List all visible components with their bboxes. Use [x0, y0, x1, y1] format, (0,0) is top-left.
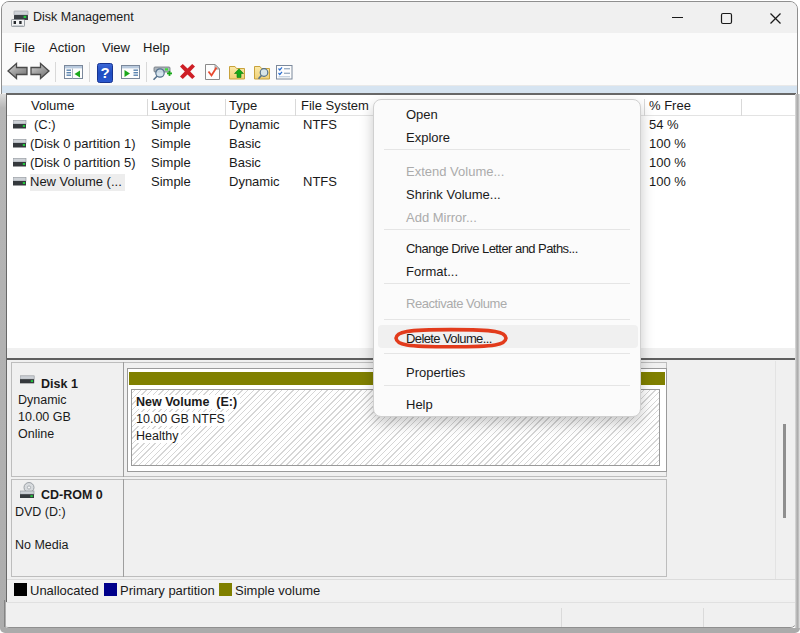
svg-text:?: ? — [100, 64, 109, 81]
